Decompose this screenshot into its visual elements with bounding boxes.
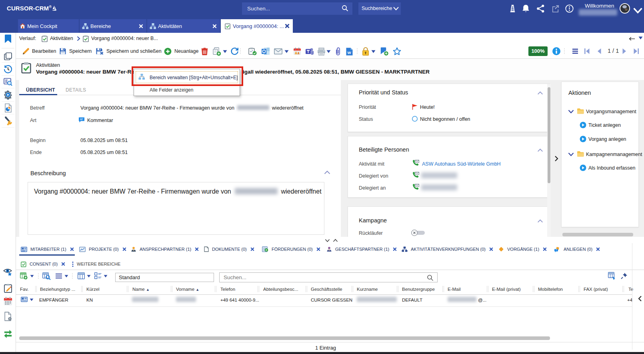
svg-text:€: €	[266, 249, 267, 252]
svg-text:W: W	[348, 50, 351, 55]
svg-text:?: ?	[556, 249, 557, 251]
